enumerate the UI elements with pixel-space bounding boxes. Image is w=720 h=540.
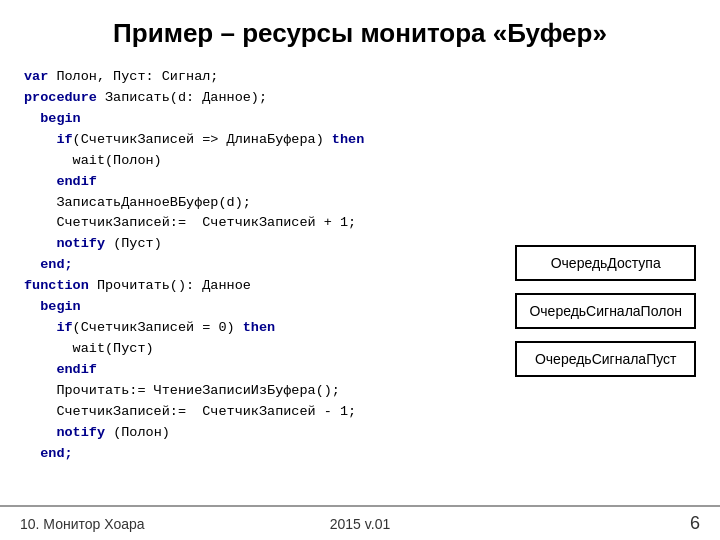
keyword: then bbox=[332, 132, 364, 147]
code-line: endif bbox=[24, 360, 505, 381]
keyword: if bbox=[24, 320, 73, 335]
keyword: function bbox=[24, 278, 97, 293]
code-line: end; bbox=[24, 444, 505, 465]
keyword: if bbox=[24, 132, 73, 147]
code-line: Прочитать:= ЧтениеЗаписиИзБуфера(); bbox=[24, 381, 505, 402]
resource-box: ОчередьДоступа bbox=[515, 245, 696, 281]
footer-page: 6 bbox=[473, 513, 700, 534]
code-line: wait(Пуст) bbox=[24, 339, 505, 360]
code-line: wait(Полон) bbox=[24, 151, 505, 172]
resource-box: ОчередьСигналаПолон bbox=[515, 293, 696, 329]
code-text: Полон, Пуст: Сигнал; bbox=[56, 69, 218, 84]
keyword: end; bbox=[24, 446, 73, 461]
keyword: endif bbox=[24, 174, 97, 189]
keyword: procedure bbox=[24, 90, 105, 105]
code-line: notify (Полон) bbox=[24, 423, 505, 444]
code-line: if(СчетчикЗаписей => ДлинаБуфера) then bbox=[24, 130, 505, 151]
code-text: (СчетчикЗаписей = 0) bbox=[73, 320, 243, 335]
code-line: end; bbox=[24, 255, 505, 276]
code-line: var Полон, Пуст: Сигнал; bbox=[24, 67, 505, 88]
keyword: begin bbox=[24, 111, 81, 126]
code-block: var Полон, Пуст: Сигнал;procedure Записа… bbox=[24, 67, 505, 495]
code-text: (Полон) bbox=[113, 425, 170, 440]
code-line: notify (Пуст) bbox=[24, 234, 505, 255]
footer-center: 2015 v.01 bbox=[247, 516, 474, 532]
keyword: then bbox=[243, 320, 275, 335]
code-text: Прочитать(): Данное bbox=[97, 278, 251, 293]
slide-title: Пример – ресурсы монитора «Буфер» bbox=[0, 0, 720, 59]
code-line: СчетчикЗаписей:= СчетчикЗаписей - 1; bbox=[24, 402, 505, 423]
code-text: Записать(d: Данное); bbox=[105, 90, 267, 105]
resource-box: ОчередьСигналаПуст bbox=[515, 341, 696, 377]
code-text: (СчетчикЗаписей => ДлинаБуфера) bbox=[73, 132, 332, 147]
code-line: СчетчикЗаписей:= СчетчикЗаписей + 1; bbox=[24, 213, 505, 234]
footer: 10. Монитор Хоара 2015 v.01 6 bbox=[0, 505, 720, 540]
code-line: ЗаписатьДанноеВБуфер(d); bbox=[24, 193, 505, 214]
code-line: function Прочитать(): Данное bbox=[24, 276, 505, 297]
content-area: var Полон, Пуст: Сигнал;procedure Записа… bbox=[0, 59, 720, 505]
code-line: endif bbox=[24, 172, 505, 193]
keyword: end; bbox=[24, 257, 73, 272]
keyword: notify bbox=[24, 425, 113, 440]
code-line: begin bbox=[24, 109, 505, 130]
code-line: begin bbox=[24, 297, 505, 318]
boxes-panel: ОчередьДоступаОчередьСигналаПолонОчередь… bbox=[505, 67, 696, 495]
code-text: (Пуст) bbox=[113, 236, 162, 251]
slide: Пример – ресурсы монитора «Буфер» var По… bbox=[0, 0, 720, 540]
keyword: endif bbox=[24, 362, 97, 377]
keyword: begin bbox=[24, 299, 81, 314]
footer-left: 10. Монитор Хоара bbox=[20, 516, 247, 532]
keyword: notify bbox=[24, 236, 113, 251]
keyword: var bbox=[24, 69, 56, 84]
code-line: procedure Записать(d: Данное); bbox=[24, 88, 505, 109]
code-line: if(СчетчикЗаписей = 0) then bbox=[24, 318, 505, 339]
